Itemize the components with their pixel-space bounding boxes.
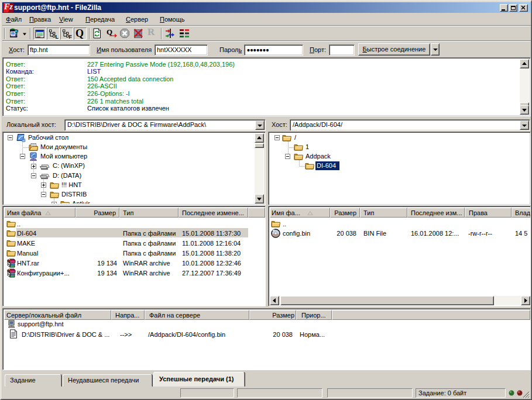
svg-text:L: L	[55, 34, 59, 39]
svg-text:Q: Q	[107, 28, 112, 36]
svg-text:F: F	[68, 34, 72, 39]
